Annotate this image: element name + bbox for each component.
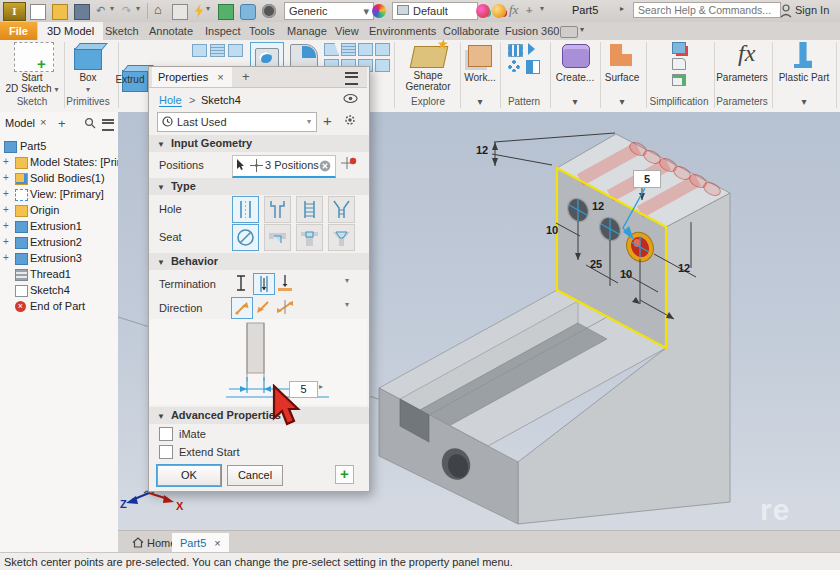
color-wheel-icon[interactable]	[372, 4, 386, 18]
parameters-label[interactable]: Parameters	[714, 72, 770, 83]
appearance-select[interactable]: Default	[392, 2, 478, 20]
browser-item-view-primary[interactable]: + View: [Primary]	[0, 186, 118, 202]
start-2d-sketch-label[interactable]: Start2D Sketch ▾	[2, 72, 62, 95]
browser-tab-close-icon[interactable]: ×	[40, 116, 46, 128]
expander-icon[interactable]: +	[3, 250, 12, 266]
browser-add-tab-icon[interactable]: +	[58, 116, 66, 131]
expander-icon[interactable]: +	[3, 154, 12, 170]
create-freeform-label[interactable]: Create...	[552, 72, 598, 83]
surface-label[interactable]: Surface	[600, 72, 644, 83]
panel-menu-icon[interactable]	[345, 72, 358, 85]
browser-item-origin[interactable]: + Origin	[0, 202, 118, 218]
browser-item-extrusion2[interactable]: + Extrusion2	[0, 234, 118, 250]
circular-pattern-icon[interactable]	[508, 60, 520, 72]
simplify-export-icon[interactable]	[672, 74, 686, 86]
browser-search-icon[interactable]	[84, 117, 96, 129]
browser-item-part5[interactable]: Part5	[0, 138, 118, 154]
panel-tab-close-icon[interactable]: ×	[217, 71, 223, 83]
tab-environments[interactable]: Environments	[360, 22, 445, 40]
surface-group-caret-icon[interactable]: ▾	[604, 96, 640, 107]
hole-type-drilled-button[interactable]	[232, 196, 259, 223]
diagram-depth-spinner-icon[interactable]: ▸	[319, 382, 323, 391]
component-icon[interactable]	[218, 4, 234, 20]
new-document-icon[interactable]	[30, 4, 46, 20]
doc-tab-close-icon[interactable]: ×	[214, 537, 220, 549]
fillet-button[interactable]	[290, 44, 318, 68]
adjust-appearance-icon[interactable]	[476, 4, 490, 18]
ok-button[interactable]: OK	[157, 465, 221, 486]
thread-icon[interactable]	[341, 43, 356, 56]
browser-item-extrusion1[interactable]: + Extrusion1	[0, 218, 118, 234]
ribbon-display-caret-icon[interactable]: ▾	[580, 25, 584, 34]
tab-fusion360[interactable]: Fusion 360	[496, 22, 568, 40]
seat-none-button[interactable]	[232, 224, 259, 251]
dim-5-value-box[interactable]: 5	[633, 170, 661, 188]
plastic-part-icon[interactable]	[794, 42, 812, 68]
draft-icon[interactable]	[375, 43, 390, 56]
section-advanced-properties[interactable]: ▼Advanced Properties	[149, 407, 369, 424]
work-features-label[interactable]: Work...	[460, 72, 500, 83]
work-plane-icon[interactable]	[468, 45, 492, 67]
section-input-geometry[interactable]: ▼Input Geometry	[149, 135, 369, 152]
create-group-caret-icon[interactable]: ▾	[556, 96, 594, 107]
add-quickaccess-icon[interactable]: +	[526, 4, 532, 16]
dim-12-right[interactable]: 12	[678, 262, 690, 274]
section-behavior[interactable]: ▼Behavior	[149, 253, 369, 270]
save-icon[interactable]	[74, 4, 90, 20]
pattern-group-label[interactable]: Pattern	[500, 96, 548, 107]
dim-12-top[interactable]: 12	[476, 144, 488, 156]
browser-tab-model[interactable]: Model	[5, 117, 35, 129]
tab-annotate[interactable]: Annotate	[140, 22, 202, 40]
imate-checkbox[interactable]	[159, 427, 173, 441]
positions-field[interactable]: 3 Positions	[232, 155, 336, 178]
dim-10-right[interactable]: 10	[620, 268, 632, 280]
preset-combo[interactable]: Last Used ▾	[157, 112, 317, 132]
sketch-group-label[interactable]: Sketch	[2, 96, 62, 107]
plastic-part-caret-icon[interactable]: ▾	[784, 96, 824, 107]
termination-caret-icon[interactable]: ▾	[345, 276, 349, 285]
dim-10-left[interactable]: 10	[546, 224, 558, 236]
redo-icon[interactable]: ↷	[122, 4, 131, 17]
panel-tab-properties[interactable]: Properties ×	[152, 67, 232, 87]
panel-add-tab-icon[interactable]: +	[242, 69, 250, 84]
clear-appearance-icon[interactable]	[492, 4, 506, 18]
triad[interactable]	[126, 491, 174, 504]
expander-icon[interactable]: +	[3, 170, 12, 186]
dim-25[interactable]: 25	[590, 258, 602, 270]
preset-add-icon[interactable]: +	[323, 112, 332, 129]
sign-in-button[interactable]: Sign In	[795, 4, 829, 16]
clear-selection-icon[interactable]	[319, 160, 331, 172]
delete-face-icon[interactable]	[375, 59, 390, 72]
simplify-remove-icon[interactable]	[672, 42, 686, 54]
cancel-button[interactable]: Cancel	[227, 465, 283, 486]
direction-symmetric-button[interactable]	[275, 297, 295, 317]
shell-icon[interactable]	[358, 43, 373, 56]
mirror-icon[interactable]	[528, 43, 535, 55]
direction-caret-icon[interactable]: ▾	[345, 300, 349, 309]
rectangular-pattern-icon[interactable]	[508, 44, 523, 57]
undo-dropdown-icon[interactable]: ▾	[110, 4, 114, 13]
seat-counterbore-button[interactable]	[264, 224, 291, 251]
sweep-icon[interactable]	[192, 44, 207, 57]
plastic-part-label[interactable]: Plastic Part	[774, 72, 834, 83]
browser-item-thread1[interactable]: Thread1	[0, 266, 118, 282]
inventor-logo-icon[interactable]: I	[3, 2, 26, 21]
expander-icon[interactable]: +	[3, 218, 12, 234]
browser-item-solid-bodies[interactable]: + Solid Bodies(1)	[0, 170, 118, 186]
lightning-dropdown-icon[interactable]: ▾	[206, 4, 210, 13]
panel-feature-link[interactable]: Hole	[159, 94, 182, 107]
extend-start-checkbox[interactable]	[159, 445, 173, 459]
expander-icon[interactable]: +	[3, 202, 12, 218]
seat-countersink-button[interactable]	[328, 224, 355, 251]
create-freeform-icon[interactable]	[562, 44, 590, 68]
surface-icon[interactable]	[610, 44, 632, 66]
expander-icon[interactable]: +	[3, 186, 12, 202]
hole-type-taper-tapped-button[interactable]	[328, 196, 355, 223]
coil-icon[interactable]	[228, 44, 243, 57]
primitives-group-label[interactable]: Primitives	[62, 96, 114, 107]
material-select[interactable]: Generic ▾	[284, 2, 374, 20]
title-arrow-icon[interactable]: ▸	[620, 4, 624, 13]
hole-type-tapped-button[interactable]	[296, 196, 323, 223]
sketch-pattern-icon[interactable]	[526, 60, 540, 74]
chamfer-icon[interactable]	[324, 43, 339, 56]
